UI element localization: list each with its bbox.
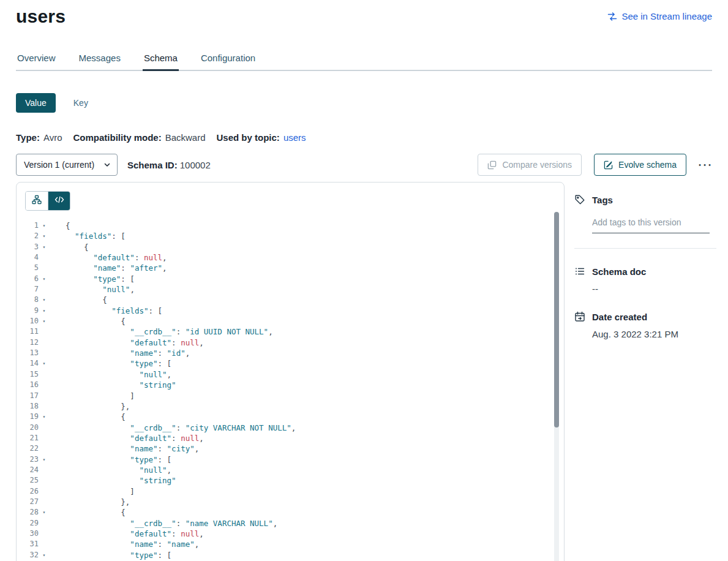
fold-toggle-icon [39,263,50,273]
key-toggle-button[interactable]: Key [64,93,97,113]
fold-toggle-icon [39,539,50,549]
fold-toggle-icon[interactable]: ▾ [39,295,50,305]
code-line: 1▾{ [17,220,564,231]
add-tags-input[interactable] [592,215,710,233]
editor-view-toggle [25,191,70,211]
code-text: { [50,220,70,231]
code-line: 28▾ { [17,507,564,518]
code-line: 18 }, [17,401,564,412]
code-line: 13 "name": "id", [17,348,564,358]
schema-id-value: 100002 [180,160,211,170]
fold-toggle-icon[interactable]: ▾ [39,412,50,422]
value-key-toggle: Value Key [16,93,712,113]
fold-toggle-icon [39,348,50,358]
code-text: ] [50,486,135,497]
fold-toggle-icon[interactable]: ▾ [39,358,50,369]
fold-toggle-icon[interactable]: ▾ [39,242,50,252]
line-number: 29 [17,518,39,529]
code-text: "name": "id", [50,348,190,358]
code-line: 7 "null", [17,284,564,295]
code-line: 22 "name": "city", [17,443,564,454]
code-line: 3▾ { [17,242,564,252]
code-text: "string" [50,475,176,486]
code-line: 15 "null", [17,369,564,380]
line-number: 9 [17,306,39,316]
code-line: 19▾ { [17,412,564,422]
fold-toggle-icon[interactable]: ▾ [39,231,50,241]
value-toggle-button[interactable]: Value [16,93,56,113]
code-line: 6▾ "type": [ [17,274,564,284]
stream-lineage-link[interactable]: See in Stream lineage [607,11,712,21]
page-title: users [16,6,66,27]
tab-bar: OverviewMessagesSchemaConfiguration [16,53,712,71]
stream-lineage-icon [607,12,617,21]
fold-toggle-icon[interactable]: ▾ [39,316,50,326]
code-text: "fields": [ [50,231,126,241]
compare-versions-button[interactable]: Compare versions [478,154,582,176]
line-number: 27 [17,497,39,507]
code-view-icon [54,195,64,207]
date-created-header: Date created [574,311,716,322]
code-text: { [50,507,126,518]
fold-toggle-icon[interactable]: ▾ [39,507,50,518]
code-text: ] [50,391,135,401]
date-created-value: Aug. 3 2022 3:21 PM [592,329,716,339]
evolve-schema-button[interactable]: Evolve schema [594,154,686,176]
date-created-title: Date created [592,312,647,322]
fold-toggle-icon[interactable]: ▾ [39,454,50,465]
fold-toggle-icon [39,326,50,337]
code-line: 11 "__crdb__": "id UUID NOT NULL", [17,326,564,337]
tag-icon [574,194,585,205]
fold-toggle-icon [39,337,50,348]
code-text: "default": null, [50,252,167,263]
tab-configuration[interactable]: Configuration [200,53,257,70]
code-line: 27 }, [17,497,564,507]
schema-page: users See in Stream lineage OverviewMess… [0,0,728,561]
line-number: 18 [17,401,39,412]
version-select[interactable]: Version 1 (current) [16,154,118,176]
code-text: "default": null, [50,337,204,348]
date-created-section: Date created Aug. 3 2022 3:21 PM [574,311,716,339]
fold-toggle-icon[interactable]: ▾ [39,550,50,560]
fold-toggle-icon[interactable]: ▾ [39,306,50,316]
line-number: 32 [17,550,39,560]
tree-view-button[interactable] [26,192,48,210]
code-line: 10▾ { [17,316,564,326]
schema-doc-section: Schema doc -- [574,266,716,294]
fold-toggle-icon [39,486,50,497]
tab-messages[interactable]: Messages [78,53,122,70]
line-number: 13 [17,348,39,358]
code-text: "null", [50,284,135,295]
version-select-wrap: Version 1 (current) [16,154,118,176]
code-line: 16 "string" [17,380,564,390]
code-editor: 1▾{2▾ "fields": [3▾ {4 "default": null,5… [17,220,564,560]
more-options-button[interactable]: ⋯ [697,160,712,169]
line-number: 4 [17,252,39,263]
editor-scrollbar [554,212,559,561]
code-text: "string" [50,380,176,390]
code-line: 29 "__crdb__": "name VARCHAR NULL", [17,518,564,529]
code-text: "null", [50,465,171,475]
fold-toggle-icon [39,252,50,263]
line-number: 26 [17,486,39,497]
tab-overview[interactable]: Overview [16,53,57,70]
details-sidebar: Tags [574,182,716,339]
tab-schema[interactable]: Schema [143,53,179,70]
schema-id: Schema ID:100002 [127,160,211,170]
code-line: 20 "__crdb__": "city VARCHAR NOT NULL", [17,423,564,433]
code-line: 21 "default": null, [17,433,564,443]
tags-title: Tags [592,195,613,205]
tree-view-icon [32,195,42,207]
code-text: "__crdb__": "city VARCHAR NOT NULL", [50,423,296,433]
scrollbar-thumb[interactable] [554,212,559,427]
schema-doc-value: -- [592,284,716,294]
fold-toggle-icon[interactable]: ▾ [39,220,50,231]
line-number: 6 [17,274,39,284]
line-number: 5 [17,263,39,273]
line-number: 19 [17,412,39,422]
code-text: "__crdb__": "name VARCHAR NULL", [50,518,277,529]
topic-link[interactable]: users [283,132,306,143]
code-view-button[interactable] [48,192,70,210]
schema-meta: Type: Avro Compatibility mode: Backward … [16,132,712,143]
fold-toggle-icon[interactable]: ▾ [39,274,50,284]
